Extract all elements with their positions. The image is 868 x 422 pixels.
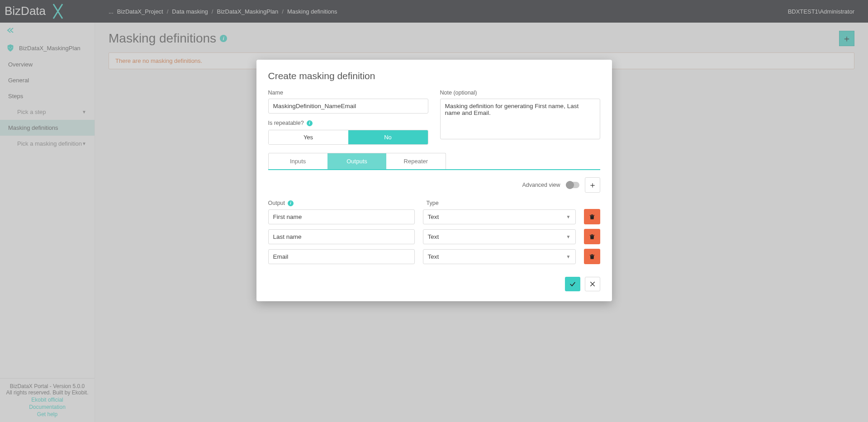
- type-col-label: Type: [427, 200, 600, 206]
- cancel-button[interactable]: [585, 277, 600, 291]
- advanced-view-label: Advanced view: [522, 182, 560, 188]
- trash-icon: [589, 233, 595, 240]
- output-type-select[interactable]: Text▼: [423, 249, 576, 264]
- output-type-select[interactable]: Text▼: [423, 229, 576, 244]
- close-icon: [589, 281, 596, 287]
- info-icon[interactable]: i: [307, 120, 313, 126]
- modal-title: Create masking definition: [268, 71, 600, 81]
- repeatable-no-button[interactable]: No: [348, 130, 428, 144]
- add-output-button[interactable]: ＋: [585, 177, 600, 193]
- note-label: Note (optional): [440, 90, 600, 96]
- output-type-select[interactable]: Text▼: [423, 209, 576, 224]
- repeatable-yes-button[interactable]: Yes: [269, 130, 348, 144]
- tab-inputs[interactable]: Inputs: [269, 153, 327, 169]
- delete-output-button[interactable]: [584, 229, 600, 244]
- note-textarea[interactable]: [440, 99, 600, 139]
- create-masking-definition-modal: Create masking definition Name Is repeat…: [256, 60, 612, 301]
- output-row: Text▼: [268, 249, 600, 264]
- output-name-input[interactable]: [268, 249, 415, 264]
- chevron-down-icon: ▼: [566, 254, 571, 259]
- name-input[interactable]: [268, 99, 428, 114]
- info-icon[interactable]: i: [288, 200, 294, 206]
- output-name-input[interactable]: [268, 229, 415, 244]
- tab-repeater[interactable]: Repeater: [386, 153, 445, 169]
- advanced-view-toggle[interactable]: [566, 182, 579, 188]
- delete-output-button[interactable]: [584, 209, 600, 224]
- output-row: Text▼: [268, 229, 600, 244]
- check-icon: [569, 280, 576, 288]
- output-row: Text▼: [268, 209, 600, 224]
- trash-icon: [589, 253, 595, 260]
- confirm-button[interactable]: [565, 277, 580, 291]
- chevron-down-icon: ▼: [566, 234, 571, 239]
- chevron-down-icon: ▼: [566, 214, 571, 219]
- output-col-label: Output: [268, 200, 285, 206]
- name-label: Name: [268, 90, 428, 96]
- tab-outputs[interactable]: Outputs: [327, 153, 386, 169]
- repeatable-toggle: Yes No: [268, 130, 428, 145]
- output-name-input[interactable]: [268, 209, 415, 224]
- trash-icon: [589, 213, 595, 220]
- modal-tabs: Inputs Outputs Repeater: [268, 153, 446, 169]
- delete-output-button[interactable]: [584, 249, 600, 264]
- repeatable-label: Is repeatable? i: [268, 120, 428, 126]
